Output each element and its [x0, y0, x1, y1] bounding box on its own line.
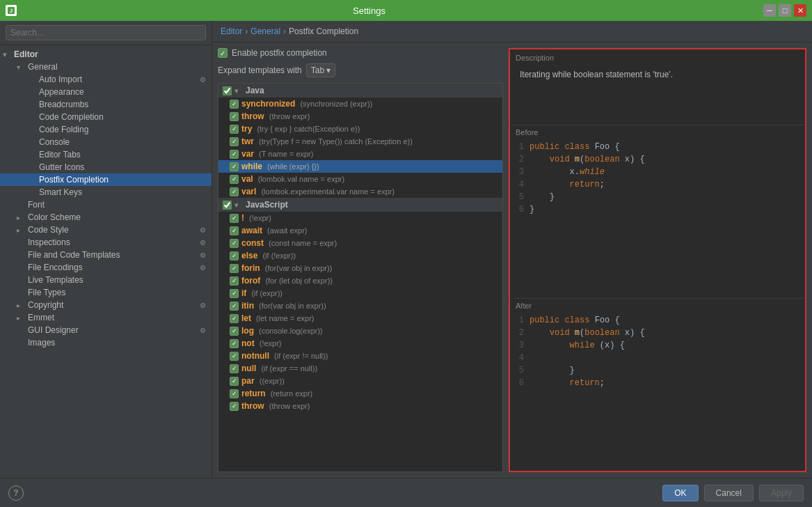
code-line: 3 while (x) {	[514, 339, 801, 352]
template-val[interactable]: ✓ val (lombok.val name = expr)	[218, 173, 502, 185]
js-group-arrow	[234, 201, 243, 209]
chk-js-not[interactable]: ✓	[230, 214, 239, 223]
code-line: 1 public class Foo {	[514, 314, 801, 327]
desc-label: Description	[516, 54, 799, 62]
chk-js-notnull[interactable]: ✓	[230, 352, 239, 361]
sidebar-item-breadcrumbs[interactable]: Breadcrumbs	[0, 98, 212, 111]
description-panel: Description Iterating while boolean stat…	[509, 48, 806, 472]
group-checkbox-java[interactable]	[223, 86, 232, 95]
sidebar-item-file-encodings[interactable]: File Encodings ⚙	[0, 261, 212, 274]
chk-js-throw[interactable]: ✓	[230, 402, 239, 411]
sidebar-item-font[interactable]: Font	[0, 198, 212, 211]
ok-button[interactable]: OK	[662, 485, 698, 501]
sidebar-item-appearance[interactable]: Appearance	[0, 86, 212, 98]
sidebar-item-copyright[interactable]: Copyright ⚙	[0, 299, 212, 311]
chk-js-await[interactable]: ✓	[230, 226, 239, 235]
breadcrumb-general[interactable]: General	[250, 26, 280, 36]
template-while[interactable]: ✓ while (while (expr) {})	[218, 160, 502, 173]
chk-val[interactable]: ✓	[230, 175, 239, 184]
template-js-null[interactable]: ✓ null (if (expr == null))	[218, 362, 502, 375]
chk-js-null[interactable]: ✓	[230, 364, 239, 373]
template-js-else[interactable]: ✓ else (if (!expr))	[218, 249, 502, 262]
template-js-notnull2[interactable]: ✓ not (!expr)	[218, 337, 502, 350]
chk-js-log[interactable]: ✓	[230, 327, 239, 336]
template-throw[interactable]: ✓ throw (throw expr)	[218, 110, 502, 123]
code-line: 3 x.while	[514, 166, 801, 178]
chk-varl[interactable]: ✓	[230, 187, 239, 196]
breadcrumb-editor[interactable]: Editor	[221, 26, 242, 36]
maximize-button[interactable]: □	[779, 4, 791, 17]
after-label: After	[510, 299, 805, 311]
chk-js-if[interactable]: ✓	[230, 289, 239, 298]
sidebar-item-gui-designer[interactable]: GUI Designer ⚙	[0, 324, 212, 336]
chk-while[interactable]: ✓	[230, 162, 239, 171]
sidebar-item-console[interactable]: Console	[0, 136, 212, 148]
template-js-const[interactable]: ✓ const (const name = expr)	[218, 237, 502, 249]
apply-button[interactable]: Apply	[759, 485, 804, 501]
action-buttons: OK Cancel Apply	[662, 485, 804, 501]
expand-dropdown[interactable]: Tab ▾	[306, 63, 335, 77]
chk-js-else[interactable]: ✓	[230, 251, 239, 260]
sidebar-item-code-style[interactable]: Code Style ⚙	[0, 224, 212, 236]
chk-js-let[interactable]: ✓	[230, 314, 239, 323]
chk-js-forof[interactable]: ✓	[230, 276, 239, 286]
sidebar-item-live-templates[interactable]: Live Templates	[0, 274, 212, 286]
template-js-throw[interactable]: ✓ throw (throw expr)	[218, 400, 502, 412]
template-js-forin[interactable]: ✓ forin (for(var obj in expr))	[218, 262, 502, 274]
sidebar-item-file-and-code-templates[interactable]: File and Code Templates ⚙	[0, 249, 212, 261]
enable-checkbox[interactable]: ✓	[218, 48, 228, 58]
sidebar-item-editor[interactable]: Editor	[0, 48, 212, 61]
expand-label: Expand templates with	[218, 65, 302, 75]
chk-js-const[interactable]: ✓	[230, 239, 239, 248]
sidebar-item-gutter-icons[interactable]: Gutter Icons	[0, 161, 212, 173]
template-varl[interactable]: ✓ varl (lombok.experimental.var name = e…	[218, 185, 502, 198]
sidebar-item-color-scheme[interactable]: Color Scheme	[0, 211, 212, 224]
template-js-notnull[interactable]: ✓ notnull (if (expr != null))	[218, 350, 502, 362]
chk-throw[interactable]: ✓	[230, 112, 239, 121]
template-js-log[interactable]: ✓ log (console.log(expr))	[218, 325, 502, 337]
sidebar-item-file-types[interactable]: File Types	[0, 286, 212, 299]
template-js-let[interactable]: ✓ let (let name = expr)	[218, 312, 502, 325]
sidebar: Editor General Auto Import ⚙ Appearance	[0, 21, 212, 478]
sidebar-item-editor-tabs[interactable]: Editor Tabs	[0, 148, 212, 161]
sidebar-item-postfix-completion[interactable]: Postfix Completion	[0, 173, 212, 186]
chk-synchronized[interactable]: ✓	[230, 100, 239, 109]
cancel-button[interactable]: Cancel	[704, 485, 754, 501]
chk-js-par[interactable]: ✓	[230, 377, 239, 386]
sidebar-item-images[interactable]: Images	[0, 336, 212, 349]
close-button[interactable]: ✕	[794, 4, 806, 17]
group-checkbox-javascript[interactable]	[223, 201, 232, 210]
chk-js-not2[interactable]: ✓	[230, 339, 239, 348]
chk-twr[interactable]: ✓	[230, 137, 239, 146]
template-var[interactable]: ✓ var (T name = expr)	[218, 148, 502, 160]
code-line: 4 return;	[514, 178, 801, 191]
group-header-javascript[interactable]: JavaScript	[218, 198, 502, 212]
template-js-forof[interactable]: ✓ forof (for (let obj of expr))	[218, 274, 502, 287]
template-js-par[interactable]: ✓ par ((expr))	[218, 375, 502, 387]
template-js-not[interactable]: ✓ ! (!expr)	[218, 212, 502, 224]
template-js-await[interactable]: ✓ await (await expr)	[218, 224, 502, 237]
chk-js-forin[interactable]: ✓	[230, 264, 239, 273]
sidebar-item-smart-keys[interactable]: Smart Keys	[0, 186, 212, 198]
sidebar-item-code-completion[interactable]: Code Completion	[0, 111, 212, 123]
minimize-button[interactable]: ─	[763, 4, 776, 17]
template-synchronized[interactable]: ✓ synchronized (synchronized (expr))	[218, 98, 502, 110]
template-twr[interactable]: ✓ twr (try(Type f = new Type()) catch (E…	[218, 135, 502, 148]
template-try[interactable]: ✓ try (try { exp } catch(Exception e))	[218, 123, 502, 135]
chk-try[interactable]: ✓	[230, 125, 239, 134]
sidebar-item-general[interactable]: General	[0, 61, 212, 73]
chk-var[interactable]: ✓	[230, 150, 239, 159]
sidebar-item-auto-import[interactable]: Auto Import ⚙	[0, 73, 212, 86]
sidebar-item-code-folding[interactable]: Code Folding	[0, 123, 212, 136]
template-js-if[interactable]: ✓ if (if (expr))	[218, 287, 502, 299]
template-js-itin[interactable]: ✓ itin (for(var obj in expr))	[218, 299, 502, 312]
chk-js-itin[interactable]: ✓	[230, 302, 239, 311]
template-js-return[interactable]: ✓ return (return expr)	[218, 387, 502, 400]
chk-js-return[interactable]: ✓	[230, 389, 239, 398]
sidebar-item-emmet[interactable]: Emmet	[0, 311, 212, 324]
group-header-java[interactable]: Java	[218, 84, 502, 98]
sidebar-item-inspections[interactable]: Inspections ⚙	[0, 236, 212, 249]
search-input[interactable]	[6, 25, 206, 40]
help-button[interactable]: ?	[8, 485, 24, 501]
settings-content: ✓ Enable postfix completion Expand templ…	[212, 42, 812, 478]
